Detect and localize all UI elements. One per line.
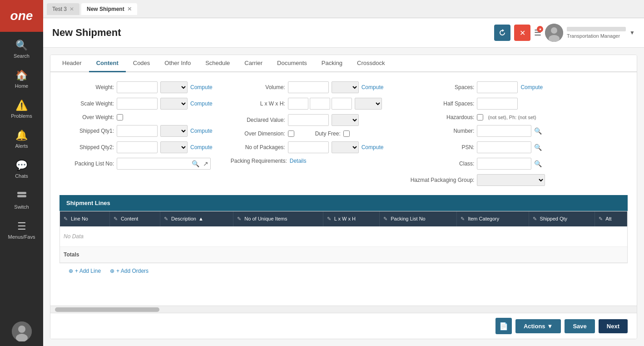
tab-codes[interactable]: Codes <box>126 55 158 72</box>
tab-packing[interactable]: Packing <box>314 55 350 72</box>
over-dimension-checkbox[interactable] <box>288 130 294 137</box>
form-card: Header Content Codes Other Info Schedule… <box>50 55 637 339</box>
col-packing-list-no: ✎ Packing List No <box>380 211 457 226</box>
psn-zoom-icon[interactable]: 🔍 <box>534 144 542 151</box>
col-edit-icon: ✎ <box>533 216 537 222</box>
sidebar-avatar[interactable] <box>12 321 32 341</box>
user-info[interactable]: Transportation Manager ▼ <box>545 24 635 42</box>
sidebar-item-home[interactable]: 🏠 Home <box>0 64 43 94</box>
no-data-row: No Data <box>60 226 627 247</box>
tab-test3[interactable]: Test 3 ✕ <box>47 3 79 15</box>
packing-requirements-row: Packing Requirements: Details <box>231 158 384 164</box>
tab-label: Test 3 <box>52 6 67 12</box>
hazardous-checkbox[interactable] <box>477 114 483 120</box>
add-line-link[interactable]: ⊕ + Add Line <box>69 268 101 274</box>
packing-list-no-field: 🔍 ↗ <box>117 158 211 170</box>
class-zoom-icon[interactable]: 🔍 <box>534 160 542 167</box>
shipped-qty2-input[interactable] <box>117 141 158 153</box>
menu-button[interactable]: ☰ ★ <box>534 28 541 38</box>
number-input[interactable] <box>477 125 531 137</box>
tab-crossdock[interactable]: Crossdock <box>350 55 392 72</box>
spaces-compute-link[interactable]: Compute <box>520 84 543 90</box>
weight-compute-link[interactable]: Compute <box>190 84 213 90</box>
menu-icon: ☰ <box>17 221 26 232</box>
over-weight-checkbox[interactable] <box>117 114 123 120</box>
shipped-qty1-input[interactable] <box>117 125 158 137</box>
shipped-qty2-compute-link[interactable]: Compute <box>190 144 213 150</box>
shipped-qty1-unit-select[interactable] <box>160 125 188 137</box>
tab-close-new-shipment[interactable]: ✕ <box>127 6 132 12</box>
col-content: ✎ Content <box>109 211 160 226</box>
scale-weight-input[interactable] <box>117 98 158 110</box>
scrollbar-area[interactable] <box>50 306 637 313</box>
sidebar-item-search[interactable]: 🔍 Search <box>0 34 43 64</box>
col-edit-icon: ✎ <box>164 216 168 222</box>
no-of-packages-unit-select[interactable] <box>332 141 359 153</box>
sidebar-item-alerts[interactable]: 🔔 Alerts <box>0 124 43 154</box>
tab-new-shipment[interactable]: New Shipment ✕ <box>81 3 137 15</box>
half-spaces-input[interactable] <box>477 98 518 110</box>
packing-list-search-button[interactable]: 🔍 <box>190 159 201 168</box>
duty-free-checkbox[interactable] <box>343 130 350 137</box>
sidebar-item-label: Chats <box>15 173 28 179</box>
packing-list-open-button[interactable]: ↗ <box>201 159 210 168</box>
hazmat-packaging-select[interactable] <box>477 174 545 186</box>
tab-header[interactable]: Header <box>55 55 89 72</box>
psn-input[interactable] <box>477 141 531 153</box>
packages-compute-link[interactable]: Compute <box>362 144 384 150</box>
scale-weight-compute-link[interactable]: Compute <box>190 100 213 107</box>
length-input[interactable] <box>288 98 308 110</box>
scrollbar-thumb[interactable] <box>55 307 159 312</box>
number-label: Number: <box>401 128 474 134</box>
scale-weight-unit-select[interactable] <box>160 98 188 110</box>
declared-value-currency-select[interactable] <box>332 114 359 126</box>
packing-list-no-row: Packing List No: 🔍 ↗ <box>59 158 213 170</box>
sidebar-item-label: Alerts <box>15 143 28 149</box>
declared-value-label: Declared Value: <box>231 117 285 123</box>
half-spaces-label: Half Spaces: <box>401 100 474 107</box>
no-of-packages-row: No of Packages: Compute <box>231 141 384 153</box>
tab-carrier[interactable]: Carrier <box>237 55 270 72</box>
volume-compute-link[interactable]: Compute <box>362 84 384 90</box>
psn-row: PSN: 🔍 <box>401 141 560 153</box>
volume-unit-select[interactable] <box>332 81 359 93</box>
number-zoom-icon[interactable]: 🔍 <box>534 127 542 135</box>
tab-content[interactable]: Content <box>89 55 126 72</box>
app-logo[interactable]: one <box>0 0 43 32</box>
lwh-unit-select[interactable] <box>355 98 382 110</box>
shipped-qty2-unit-select[interactable] <box>160 141 188 153</box>
sidebar-item-switch[interactable]: Switch <box>0 184 43 215</box>
tab-schedule[interactable]: Schedule <box>198 55 237 72</box>
packing-details-link[interactable]: Details <box>290 158 307 164</box>
tab-close-test3[interactable]: ✕ <box>69 6 74 12</box>
sidebar-item-chats[interactable]: 💬 Chats <box>0 154 43 184</box>
add-orders-link[interactable]: ⊕ + Add Orders <box>110 268 149 274</box>
actions-button[interactable]: Actions ▼ <box>515 319 561 333</box>
class-input[interactable] <box>477 158 531 170</box>
next-button[interactable]: Next <box>599 319 628 333</box>
weight-input[interactable] <box>117 81 158 93</box>
no-of-packages-input[interactable] <box>288 141 329 153</box>
add-line-icon: ⊕ <box>69 268 73 274</box>
doc-button[interactable]: 📄 <box>495 318 512 334</box>
width-input[interactable] <box>310 98 330 110</box>
save-button[interactable]: Save <box>565 319 594 333</box>
packing-requirements-label: Packing Requirements: <box>231 158 287 164</box>
shipped-qty1-compute-link[interactable]: Compute <box>190 128 213 134</box>
spaces-input[interactable] <box>477 81 518 93</box>
declared-value-input[interactable] <box>288 114 329 126</box>
declared-value-row: Declared Value: <box>231 114 384 126</box>
packing-list-no-input[interactable] <box>117 160 190 168</box>
tab-documents[interactable]: Documents <box>270 55 314 72</box>
weight-unit-select[interactable] <box>160 81 188 93</box>
scale-weight-row: Scale Weight: Compute <box>59 98 213 110</box>
sidebar-item-problems[interactable]: ⚠️ Problems <box>0 94 43 124</box>
refresh-button[interactable] <box>494 25 510 41</box>
sidebar-item-menus[interactable]: ☰ Menus/Favs <box>0 215 43 245</box>
svg-point-6 <box>551 27 557 34</box>
close-button[interactable]: ✕ <box>514 25 530 41</box>
col-no-of-unique-items: ✎ No of Unique Items <box>233 211 323 226</box>
tab-other-info[interactable]: Other Info <box>157 55 198 72</box>
height-input[interactable] <box>332 98 352 110</box>
volume-input[interactable] <box>288 81 329 93</box>
